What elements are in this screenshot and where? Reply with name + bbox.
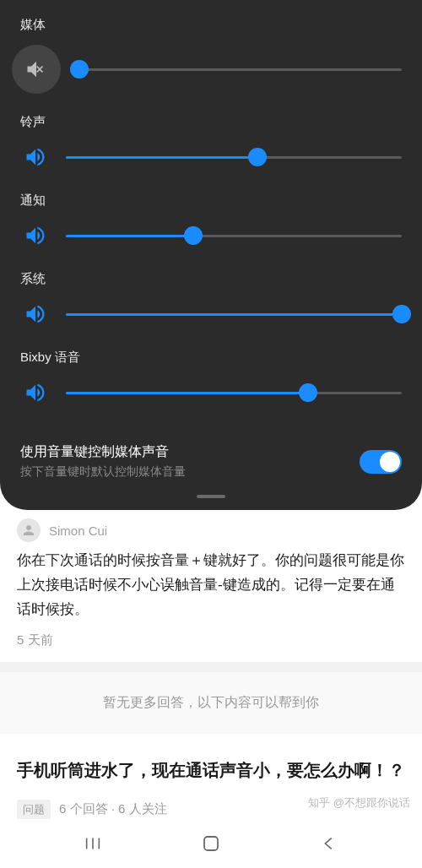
volume-slider[interactable] [66, 149, 402, 165]
setting-subtitle: 按下音量键时默认控制媒体音量 [20, 464, 186, 480]
author-name[interactable]: Simon Cui [49, 524, 107, 538]
timestamp: 5 天前 [17, 632, 405, 648]
volume-slider[interactable] [66, 306, 402, 323]
volume-group: 媒体 [20, 17, 402, 94]
sound-icon[interactable] [20, 142, 51, 172]
related-title: 手机听筒进水了，现在通话声音小，要怎么办啊！？ [17, 756, 405, 784]
back-button[interactable] [317, 832, 341, 855]
volume-slider[interactable] [66, 227, 402, 244]
answer-text: 你在下次通话的时候按音量＋键就好了。你的问题很可能是你上次接电话时候不小心误触音… [17, 549, 405, 622]
volume-slider[interactable] [66, 384, 402, 401]
android-navbar [0, 819, 422, 868]
avatar[interactable] [17, 518, 41, 542]
volume-group: 系统 [20, 271, 402, 329]
media-key-setting: 使用音量键控制媒体声音 按下音量键时默认控制媒体音量 [20, 428, 402, 486]
svg-rect-3 [204, 837, 218, 850]
panel-handle[interactable] [197, 495, 225, 498]
volume-label: Bixby 语音 [20, 350, 402, 366]
volume-label: 铃声 [20, 114, 402, 130]
volume-label: 系统 [20, 271, 402, 287]
media-key-toggle[interactable] [360, 450, 402, 474]
volume-group: 通知 [20, 193, 402, 251]
volume-label: 通知 [20, 193, 402, 209]
watermark: 知乎 @不想跟你说话 [308, 795, 410, 811]
mute-icon[interactable] [12, 45, 61, 94]
question-badge: 问题 [17, 800, 51, 820]
recents-button[interactable] [81, 832, 105, 855]
setting-title: 使用音量键控制媒体声音 [20, 443, 186, 461]
volume-slider[interactable] [73, 61, 402, 78]
answer-block: Simon Cui 你在下次通话的时候按音量＋键就好了。你的问题很可能是你上次接… [0, 510, 422, 662]
volume-group: Bixby 语音 [20, 350, 402, 408]
sound-icon[interactable] [20, 377, 51, 408]
related-meta: 6 个回答 · 6 人关注 [59, 801, 167, 817]
home-button[interactable] [199, 832, 223, 855]
divider-text: 暂无更多回答，以下内容可以帮到你 [0, 672, 422, 734]
page-content: Simon Cui 你在下次通话的时候按音量＋键就好了。你的问题很可能是你上次接… [0, 510, 422, 842]
volume-label: 媒体 [20, 17, 402, 33]
sound-icon[interactable] [20, 220, 51, 251]
volume-panel: 媒体铃声通知系统Bixby 语音 使用音量键控制媒体声音 按下音量键时默认控制媒… [0, 0, 422, 510]
volume-group: 铃声 [20, 114, 402, 172]
sound-icon[interactable] [20, 299, 51, 329]
